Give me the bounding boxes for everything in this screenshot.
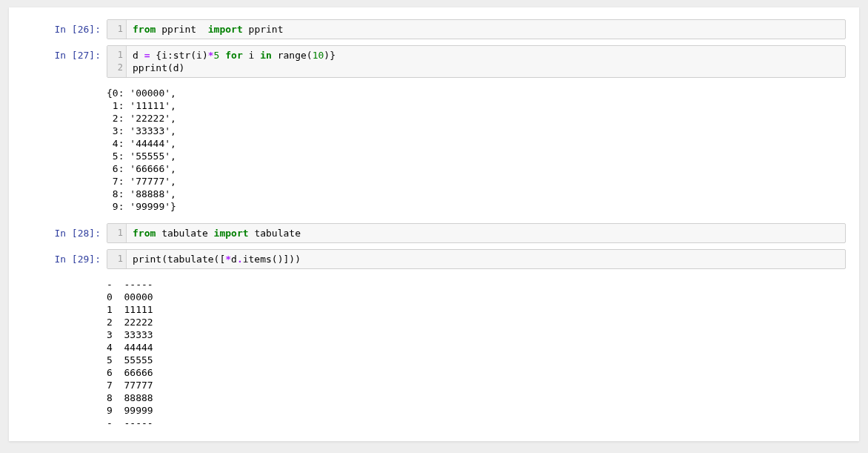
- code-cell: In [27]: 1 2 d = {i:str(i)*5 for i in ra…: [9, 42, 859, 81]
- code-token: in: [260, 50, 272, 61]
- line-gutter: 1: [107, 250, 127, 268]
- prompt-text: In [26]:: [54, 24, 101, 35]
- code-cell: In [26]: 1 from pprint import pprint: [9, 16, 859, 42]
- code-token: pprint: [243, 24, 284, 35]
- prompt-text: In [28]:: [54, 228, 101, 239]
- line-gutter: 1: [107, 20, 127, 39]
- code-token: from: [133, 228, 156, 239]
- output-prompt-spacer: [9, 275, 107, 429]
- code-cell: In [28]: 1 from tabulate import tabulate: [9, 220, 859, 246]
- input-area[interactable]: 1 from pprint import pprint: [107, 19, 846, 39]
- code-token: tabulate: [249, 228, 301, 239]
- output-row: - ----- 0 00000 1 11111 2 22222 3 33333 …: [9, 272, 859, 437]
- code-editor[interactable]: print(tabulate([*d.items()])): [127, 250, 845, 268]
- line-gutter: 1: [107, 224, 127, 242]
- code-token: from: [133, 24, 156, 35]
- code-token: import: [208, 24, 243, 35]
- code-token: .: [237, 254, 243, 265]
- output-row: {0: '00000', 1: '11111', 2: '22222', 3: …: [9, 81, 859, 220]
- prompt-text: In [29]:: [54, 254, 101, 265]
- code-token: tabulate: [156, 228, 213, 239]
- code-token: *: [225, 254, 231, 265]
- output-prompt-spacer: [9, 84, 107, 213]
- code-token: *: [208, 50, 214, 61]
- code-editor[interactable]: from tabulate import tabulate: [127, 224, 845, 242]
- prompt-in: In [28]:: [9, 223, 107, 242]
- cell-output: - ----- 0 00000 1 11111 2 22222 3 33333 …: [107, 275, 846, 429]
- input-area[interactable]: 1 print(tabulate([*d.items()])): [107, 249, 846, 269]
- code-editor[interactable]: from pprint import pprint: [127, 20, 845, 39]
- notebook: In [26]: 1 from pprint import pprint In …: [9, 7, 859, 441]
- prompt-text: In [27]:: [54, 50, 101, 61]
- code-token: items()])): [243, 254, 301, 265]
- prompt-in: In [27]:: [9, 45, 107, 64]
- code-token: range(: [272, 50, 313, 61]
- input-area[interactable]: 1 2 d = {i:str(i)*5 for i in range(10)} …: [107, 45, 846, 78]
- cell-output: {0: '00000', 1: '11111', 2: '22222', 3: …: [107, 84, 846, 213]
- code-token: d: [231, 254, 237, 265]
- prompt-in: In [26]:: [9, 19, 107, 38]
- code-editor[interactable]: d = {i:str(i)*5 for i in range(10)} ppri…: [127, 46, 845, 77]
- input-area[interactable]: 1 from tabulate import tabulate: [107, 223, 846, 243]
- code-token: d: [133, 50, 144, 61]
- code-token: {i:str(i): [150, 50, 207, 61]
- code-token: import: [214, 228, 249, 239]
- code-token: i: [243, 50, 260, 61]
- code-token: for: [225, 50, 242, 61]
- code-token: print(tabulate([: [133, 254, 225, 265]
- line-gutter: 1 2: [107, 46, 127, 77]
- code-token: 10: [313, 50, 324, 61]
- code-token: pprint: [156, 24, 207, 35]
- code-cell: In [29]: 1 print(tabulate([*d.items()])): [9, 246, 859, 272]
- prompt-in: In [29]:: [9, 249, 107, 268]
